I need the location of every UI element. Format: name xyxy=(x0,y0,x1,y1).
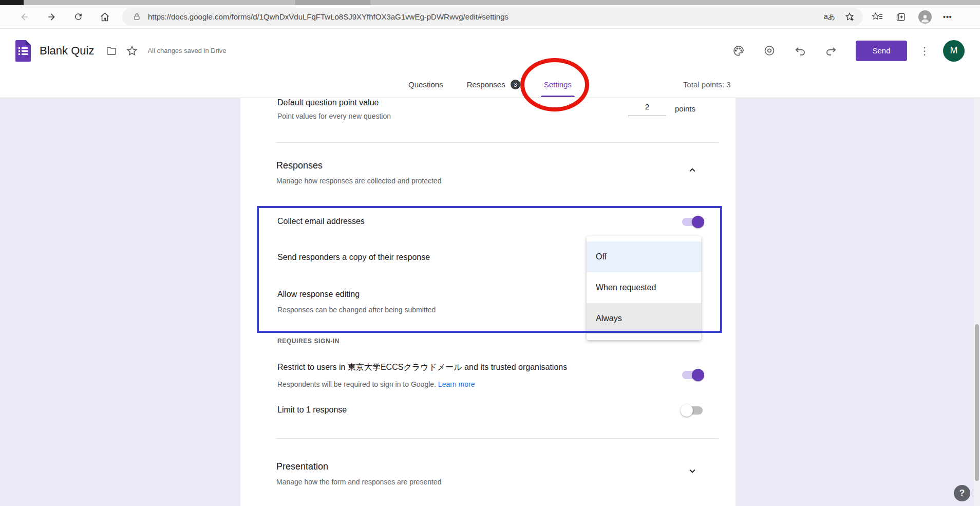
limit-one-label: Limit to 1 response xyxy=(277,405,347,415)
allow-editing-description: Responses can be changed after being sub… xyxy=(277,306,436,314)
browser-tab-strip xyxy=(0,0,980,5)
redo-icon[interactable] xyxy=(825,45,837,57)
section-divider xyxy=(276,142,719,143)
browser-profile-avatar[interactable] xyxy=(918,10,932,24)
back-icon[interactable] xyxy=(18,11,31,23)
toggle-thumb xyxy=(681,404,693,417)
allow-editing-label: Allow response editing xyxy=(277,290,360,299)
restrict-domain-description: Respondents will be required to sign in … xyxy=(277,380,475,388)
forms-header-actions: Send ⋮ M xyxy=(732,40,980,62)
forms-header: Blank Quiz All changes saved in Drive Se… xyxy=(0,29,980,72)
url-text[interactable]: https://docs.google.com/forms/d/1QwhDxVd… xyxy=(148,12,824,21)
requires-signin-header: REQUIRES SIGN-IN xyxy=(277,338,340,345)
save-status: All changes saved in Drive xyxy=(147,47,226,54)
favorites-icon[interactable] xyxy=(871,11,883,23)
responses-count-badge: 3 xyxy=(511,80,520,89)
refresh-icon[interactable] xyxy=(72,11,84,23)
active-tab-underline xyxy=(541,96,575,97)
dropdown-option-when-requested[interactable]: When requested xyxy=(587,272,701,303)
browser-active-tab[interactable] xyxy=(295,0,370,5)
points-unit-label: points xyxy=(675,104,695,113)
default-points-description: Point values for every new question xyxy=(277,112,391,120)
add-favorite-icon[interactable] xyxy=(843,11,856,23)
settings-page-background: Default question point value Point value… xyxy=(0,98,980,506)
responses-section-title: Responses xyxy=(276,160,323,171)
forms-logo-icon[interactable] xyxy=(15,40,31,62)
tab-responses[interactable]: Responses 3 xyxy=(467,72,520,97)
chevron-down-icon[interactable] xyxy=(686,465,699,477)
move-folder-icon[interactable] xyxy=(105,45,118,57)
dropdown-option-always[interactable]: Always xyxy=(587,303,701,334)
total-points-label: Total points: 3 xyxy=(683,72,731,97)
forms-tab-bar: Questions Responses 3 Settings Total poi… xyxy=(0,72,980,98)
collect-email-label: Collect email addresses xyxy=(277,217,365,226)
restrict-domain-toggle[interactable] xyxy=(682,371,703,379)
preview-eye-icon[interactable] xyxy=(763,45,776,57)
send-button[interactable]: Send xyxy=(856,41,907,61)
browser-collapsed-tab[interactable] xyxy=(0,0,24,5)
send-copy-dropdown-menu: Off When requested Always xyxy=(587,236,701,340)
tab-questions[interactable]: Questions xyxy=(408,72,443,97)
account-avatar[interactable]: M xyxy=(943,40,965,62)
theme-palette-icon[interactable] xyxy=(732,45,745,57)
undo-icon[interactable] xyxy=(794,45,806,57)
default-points-input[interactable] xyxy=(628,102,666,116)
browser-menu-icon[interactable]: ••• xyxy=(943,13,952,21)
star-icon[interactable] xyxy=(126,45,138,57)
help-button[interactable]: ? xyxy=(954,485,970,501)
lock-icon[interactable] xyxy=(130,11,143,23)
scrollbar-track[interactable] xyxy=(974,98,980,506)
toggle-thumb xyxy=(692,216,704,228)
responses-section-description: Manage how responses are collected and p… xyxy=(276,177,441,185)
scrollbar-thumb[interactable] xyxy=(975,324,979,481)
collections-icon[interactable] xyxy=(895,11,907,23)
more-options-icon[interactable]: ⋮ xyxy=(919,45,930,57)
address-bar[interactable]: https://docs.google.com/forms/d/1QwhDxVd… xyxy=(122,8,863,26)
presentation-section-title: Presentation xyxy=(276,461,328,472)
collect-email-toggle[interactable] xyxy=(682,218,703,226)
restrict-domain-label: Restrict to users in 東京大学ECCSクラウドメール and… xyxy=(277,362,567,373)
forward-icon[interactable] xyxy=(45,11,58,23)
presentation-section-description: Manage how the form and responses are pr… xyxy=(276,478,441,486)
tab-settings[interactable]: Settings xyxy=(544,72,572,97)
learn-more-link[interactable]: Learn more xyxy=(438,380,475,388)
home-icon[interactable] xyxy=(99,11,111,23)
default-points-title: Default question point value xyxy=(277,98,379,107)
limit-one-toggle[interactable] xyxy=(682,406,703,415)
section-divider xyxy=(276,438,719,439)
toggle-thumb xyxy=(692,369,704,381)
form-title[interactable]: Blank Quiz xyxy=(40,44,94,58)
browser-toolbar: https://docs.google.com/forms/d/1QwhDxVd… xyxy=(0,5,980,29)
chevron-up-icon[interactable] xyxy=(686,164,699,176)
translate-icon[interactable]: aあ xyxy=(824,12,835,22)
dropdown-option-off[interactable]: Off xyxy=(587,241,701,272)
screen: https://docs.google.com/forms/d/1QwhDxVd… xyxy=(0,0,980,506)
send-copy-label: Send responders a copy of their response xyxy=(277,253,430,262)
browser-action-icons: ••• xyxy=(871,10,952,24)
